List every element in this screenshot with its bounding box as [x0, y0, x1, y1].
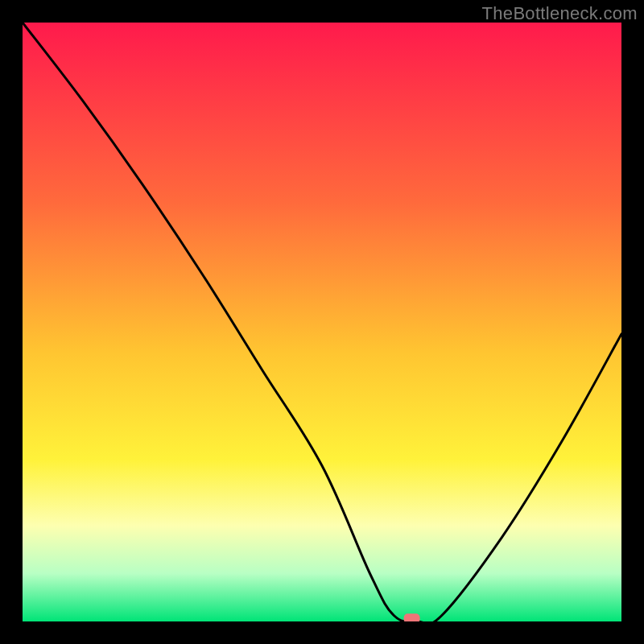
marker-icon: [404, 613, 420, 621]
plot-area: [23, 23, 621, 621]
watermark-text: TheBottleneck.com: [482, 3, 638, 24]
chart-container: TheBottleneck.com: [0, 0, 644, 644]
chart-svg: [23, 23, 621, 621]
gradient-background: [23, 23, 621, 621]
